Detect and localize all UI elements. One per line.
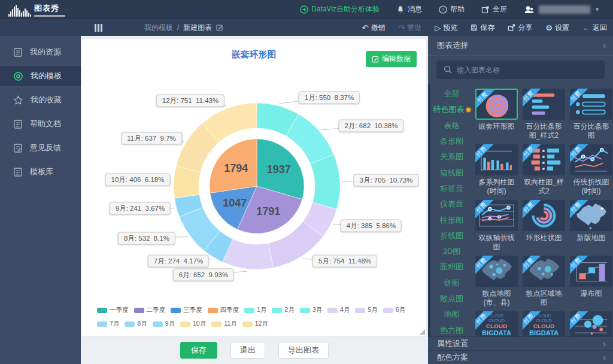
logo[interactable]: 图表秀 bbox=[8, 2, 65, 17]
legend-item-5月[interactable]: 5月 bbox=[355, 306, 377, 314]
legend-item-四季度[interactable]: 四季度 bbox=[208, 306, 239, 314]
legend-swatch bbox=[383, 308, 393, 313]
svg-text:★: ★ bbox=[600, 206, 604, 211]
search-input[interactable] bbox=[436, 60, 605, 79]
bottom-action-bar: 保存退出导出图表 bbox=[81, 336, 428, 364]
template-14[interactable]: 付费散点图(时间) bbox=[570, 311, 612, 336]
category-7[interactable]: 仪表盘 bbox=[430, 196, 473, 212]
svg-text:1794: 1794 bbox=[224, 162, 248, 174]
sidebar-item-1[interactable]: 我的模板 bbox=[0, 66, 81, 86]
sidebar-item-5[interactable]: 模板库 bbox=[0, 162, 81, 182]
template-8[interactable]: ★付费新版地图 bbox=[570, 200, 612, 251]
footer-button-1[interactable]: 退出 bbox=[230, 342, 265, 359]
template-0[interactable]: 付费嵌套环形图 bbox=[475, 89, 518, 140]
toolbar-action-share[interactable]: 分享 bbox=[508, 23, 532, 33]
help-button[interactable]: ? 帮助 bbox=[439, 4, 465, 14]
template-12[interactable]: CLOUDCLOUDCLOUDBIGDATABIGDATA CLOUD付费新标签… bbox=[475, 311, 518, 336]
category-2[interactable]: 表格 bbox=[430, 118, 473, 134]
category-8[interactable]: 柱形图 bbox=[430, 212, 473, 228]
category-9[interactable]: 折线图 bbox=[430, 228, 473, 244]
word-cloud-icon: CLOUDCLOUDCLOUDBIGDATABIGDATA CLOUD bbox=[475, 334, 518, 336]
template-10[interactable]: 付费散点区域地图 bbox=[523, 256, 565, 307]
legend-item-1月[interactable]: 1月 bbox=[244, 306, 266, 314]
template-7[interactable]: 付费环形柱状图 bbox=[523, 200, 565, 251]
category-3[interactable]: 条形图 bbox=[430, 134, 473, 149]
legend-item-一季度[interactable]: 一季度 bbox=[97, 306, 129, 314]
template-1[interactable]: 付费百分比条形图_样式2 bbox=[523, 89, 565, 140]
legend-item-8月[interactable]: 8月 bbox=[125, 320, 147, 328]
breadcrumb-parent[interactable]: 我的模板 bbox=[144, 23, 173, 33]
toolbar-action-back[interactable]: ←返回 bbox=[582, 23, 607, 33]
logo-bars-icon bbox=[8, 5, 31, 17]
toolbar-action-settings[interactable]: ⚙设置 bbox=[545, 23, 569, 33]
toolbar-action-preview[interactable]: ▷预览 bbox=[435, 23, 457, 33]
legend-item-10月[interactable]: 10月 bbox=[180, 320, 206, 328]
template-9[interactable]: 付费散点地图(市、县) bbox=[475, 256, 518, 307]
word-cloud-icon: CLOUDCLOUDCLOUDBIGDATABIGDATA CLOUD bbox=[523, 334, 565, 336]
percent-bar2-icon bbox=[523, 111, 565, 120]
template-3[interactable]: 付费多系列柱图(时间) bbox=[475, 144, 518, 196]
footer-button-0[interactable]: 保存 bbox=[180, 342, 217, 359]
category-1[interactable]: 特色图表 bbox=[430, 102, 473, 117]
doc-icon bbox=[13, 47, 23, 57]
sidebar-item-4[interactable]: 意见反馈 bbox=[0, 138, 81, 158]
template-6[interactable]: 付费双纵轴折线图 bbox=[475, 200, 518, 251]
dual-axis-line-icon bbox=[475, 223, 518, 231]
rename-icon[interactable] bbox=[216, 24, 223, 31]
dataviz-promo-link[interactable]: DataViz自助分析体验 bbox=[300, 4, 380, 14]
messages-button[interactable]: 消息 bbox=[396, 4, 422, 14]
footer-button-2[interactable]: 导出图表 bbox=[278, 342, 329, 359]
legend-item-11月[interactable]: 11月 bbox=[211, 320, 236, 328]
panel-toggle-icon[interactable] bbox=[95, 24, 102, 32]
panel-bottom-sections: 属性设置›配色方案› bbox=[428, 336, 613, 364]
category-10[interactable]: 3D图 bbox=[430, 244, 473, 259]
template-11[interactable]: 付费瀑布图 bbox=[570, 256, 612, 307]
chart-select-header[interactable]: 图表选择 › bbox=[428, 36, 613, 56]
sidebar-item-2[interactable]: 我的收藏 bbox=[0, 90, 81, 110]
template-2[interactable]: 付费百分比条形图 bbox=[570, 89, 612, 140]
chart-legend: 一季度二季度三季度四季度1月2月3月4月5月6月7月8月9月10月11月12月 bbox=[81, 301, 426, 328]
resize-handle[interactable] bbox=[420, 329, 425, 335]
category-12[interactable]: 饼图 bbox=[430, 275, 473, 291]
legend-item-3月[interactable]: 3月 bbox=[300, 306, 322, 314]
fullscreen-button[interactable]: 全屏 bbox=[481, 4, 507, 14]
chevron-right-icon: › bbox=[603, 41, 606, 50]
sidebar-item-3[interactable]: 帮助文档 bbox=[0, 114, 81, 134]
template-5[interactable]: 付费传统折线图(时间) bbox=[570, 144, 612, 196]
template-4[interactable]: 付费双向柱图_样式2 bbox=[523, 144, 565, 196]
legend-item-2月[interactable]: 2月 bbox=[272, 306, 294, 314]
category-4[interactable]: 关系图 bbox=[430, 149, 473, 165]
legend-item-三季度[interactable]: 三季度 bbox=[171, 306, 202, 314]
svg-text:1047: 1047 bbox=[223, 197, 247, 209]
category-15[interactable]: 热力图 bbox=[430, 322, 473, 336]
category-6[interactable]: 标签云 bbox=[430, 181, 473, 196]
category-13[interactable]: 散点图 bbox=[430, 291, 473, 307]
legend-swatch bbox=[153, 321, 163, 327]
category-11[interactable]: 面积图 bbox=[430, 259, 473, 275]
nested-donut-chart[interactable]: 19371791104717941月: 550 8.37%2月: 682 10.… bbox=[81, 68, 426, 301]
panel-section-0[interactable]: 属性设置› bbox=[428, 336, 613, 350]
edit-data-button[interactable]: 编辑数据 bbox=[366, 51, 417, 67]
toolbar-action-save[interactable]: 保存 bbox=[471, 23, 494, 33]
legend-item-9月[interactable]: 9月 bbox=[153, 320, 175, 328]
sidebar-item-0[interactable]: 我的资源 bbox=[0, 42, 81, 62]
legend-swatch bbox=[211, 321, 221, 327]
toolbar-action-undo[interactable]: ↶撤销 bbox=[362, 23, 386, 33]
legend-item-6月[interactable]: 6月 bbox=[383, 306, 405, 314]
slice-label-7月: 7月: 274 4.17% bbox=[148, 255, 209, 268]
panel-section-1[interactable]: 配色方案› bbox=[428, 350, 613, 364]
user-menu[interactable]: ▼ bbox=[524, 5, 600, 14]
toolbar-action-redo[interactable]: ↷重做 bbox=[398, 23, 421, 33]
edit-icon bbox=[372, 56, 379, 63]
legend-item-4月[interactable]: 4月 bbox=[327, 306, 350, 314]
category-0[interactable]: 全部 bbox=[430, 86, 473, 102]
legend-item-7月[interactable]: 7月 bbox=[97, 320, 119, 328]
category-5[interactable]: 箱线图 bbox=[430, 165, 473, 180]
template-13[interactable]: CLOUDCLOUDCLOUDBIGDATABIGDATA CLOUD付费分词标… bbox=[523, 311, 565, 336]
chevron-right-icon: › bbox=[603, 353, 606, 362]
legend-item-12月[interactable]: 12月 bbox=[242, 320, 268, 328]
category-14[interactable]: 地图 bbox=[430, 307, 473, 322]
legend-item-二季度[interactable]: 二季度 bbox=[134, 306, 166, 314]
legend-swatch bbox=[134, 308, 144, 313]
fullscreen-icon bbox=[481, 5, 490, 14]
